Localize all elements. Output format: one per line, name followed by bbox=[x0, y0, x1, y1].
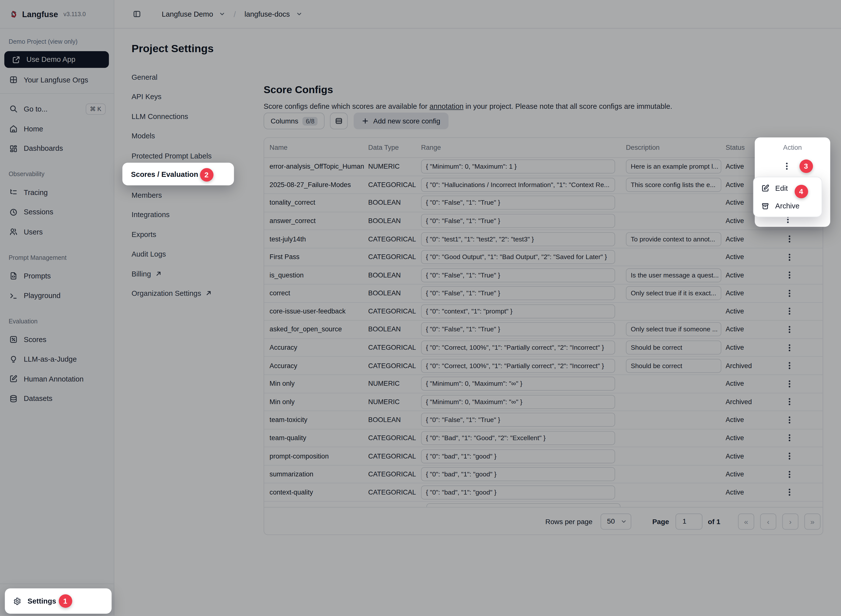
archive-icon bbox=[761, 202, 769, 210]
kebab-icon bbox=[787, 219, 788, 220]
tour-dim-overlay bbox=[0, 0, 841, 616]
sidebar-item-settings[interactable]: Settings bbox=[5, 588, 112, 614]
tour-step-badge-3: 3 bbox=[799, 159, 813, 173]
menu-item-label: Edit bbox=[775, 184, 788, 192]
header-action: Action bbox=[755, 137, 830, 157]
menu-item-label: Archive bbox=[775, 202, 800, 210]
tour-step-badge-1: 1 bbox=[59, 594, 72, 608]
kebab-icon bbox=[786, 165, 788, 167]
tour-step-badge-4: 4 bbox=[794, 185, 808, 198]
langfuse-app: Langfuse v3.113.0 Demo Project (view onl… bbox=[0, 0, 841, 616]
row-actions-button[interactable] bbox=[782, 162, 791, 170]
settings-nav-label: Scores / Evaluation bbox=[131, 170, 198, 178]
edit-icon bbox=[761, 184, 769, 192]
gear-icon bbox=[13, 597, 22, 605]
sidebar-item-label: Settings bbox=[28, 597, 56, 605]
row-actions-menu: Edit Archive bbox=[753, 177, 822, 217]
menu-item-archive[interactable]: Archive bbox=[754, 197, 822, 215]
settings-nav-scores-evaluation[interactable]: Scores / Evaluation bbox=[122, 163, 234, 185]
menu-item-edit[interactable]: Edit bbox=[754, 179, 822, 197]
tour-step-badge-2: 2 bbox=[200, 168, 213, 181]
